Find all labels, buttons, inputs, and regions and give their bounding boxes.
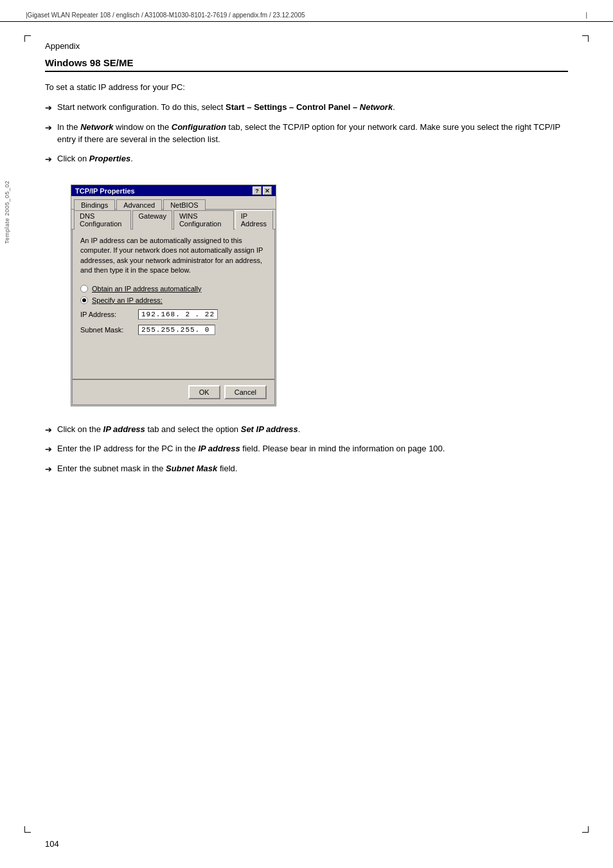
header-text: |Gigaset WLAN Repeater 108 / englisch / … (26, 12, 305, 19)
subnet-mask-value: 255.255.255. 0 (138, 325, 215, 335)
list-item: ➔ Click on the IP address tab and select… (45, 423, 568, 437)
arrow-icon: ➔ (45, 424, 52, 437)
tab-gateway[interactable]: Gateway (132, 210, 172, 230)
dialog-titlebar: TCP/IP Properties ? ✕ (71, 185, 276, 196)
appendix-heading: Appendix (45, 41, 568, 51)
bottom-bullet-text-3: Enter the subnet mask in the Subnet Mask… (57, 462, 568, 475)
bullet-text-1: Start network configuration. To do this,… (57, 101, 568, 114)
sidebar-label: Template 2005_05_02 (0, 129, 14, 296)
list-item: ➔ Enter the IP address for the PC in the… (45, 442, 568, 456)
ip-address-label: IP Address: (80, 311, 138, 318)
corner-mark-bl-v (24, 826, 25, 833)
list-item: ➔ In the Network window on the Configura… (45, 121, 568, 146)
corner-mark-bl (24, 832, 31, 833)
dialog-tabs-bottom: DNS Configuration Gateway WINS Configura… (71, 209, 276, 230)
corner-mark-br-v (588, 826, 589, 833)
bullet-text-2: In the Network window on the Configurati… (57, 121, 568, 146)
tab-dns-configuration[interactable]: DNS Configuration (74, 210, 131, 230)
corner-mark-tl-v (24, 35, 25, 42)
main-content: Appendix Windows 98 SE/ME To set a stati… (0, 22, 613, 507)
bottom-bullet-text-1: Click on the IP address tab and select t… (57, 423, 568, 436)
dialog-spacer (80, 340, 267, 372)
dialog-info-text: An IP address can be automatically assig… (80, 236, 267, 276)
corner-mark-tr-v (588, 35, 589, 42)
radio-specify-label: Specify an IP address: (92, 296, 163, 304)
subnet-mask-row: Subnet Mask: 255.255.255. 0 (80, 325, 267, 335)
ok-button[interactable]: OK (188, 385, 220, 399)
section-heading: Windows 98 SE/ME (45, 57, 568, 72)
tab-wins-configuration[interactable]: WINS Configuration (173, 210, 234, 230)
dialog-window: TCP/IP Properties ? ✕ Bindings Advanced … (71, 185, 276, 406)
bullet-list: ➔ Start network configuration. To do thi… (45, 101, 568, 165)
page-number: 104 (45, 839, 59, 849)
radio-specify[interactable]: Specify an IP address: (80, 296, 267, 304)
dialog-title: TCP/IP Properties (75, 187, 135, 195)
dialog-title-buttons: ? ✕ (253, 186, 272, 195)
dialog-body: An IP address can be automatically assig… (72, 230, 275, 379)
ip-address-value: 192.168. 2 . 22 (138, 309, 218, 320)
tab-advanced[interactable]: Advanced (116, 199, 162, 210)
dialog-help-button[interactable]: ? (253, 186, 262, 195)
radio-obtain-label: Obtain an IP address automatically (92, 285, 201, 293)
bullet-text-3: Click on Properties. (57, 152, 568, 165)
list-item: ➔ Start network configuration. To do thi… (45, 101, 568, 114)
arrow-icon: ➔ (45, 153, 52, 166)
dialog-footer: OK Cancel (72, 379, 275, 405)
corner-mark-tl (24, 35, 31, 36)
ip-address-row: IP Address: 192.168. 2 . 22 (80, 309, 267, 320)
arrow-icon: ➔ (45, 443, 52, 456)
cancel-button[interactable]: Cancel (224, 385, 267, 399)
dialog-container: TCP/IP Properties ? ✕ Bindings Advanced … (71, 185, 276, 406)
radio-obtain-auto[interactable]: Obtain an IP address automatically (80, 285, 267, 293)
list-item: ➔ Enter the subnet mask in the Subnet Ma… (45, 462, 568, 476)
list-item: ➔ Click on Properties. (45, 152, 568, 166)
tab-ip-address[interactable]: IP Address (235, 210, 273, 230)
bullet-list-bottom: ➔ Click on the IP address tab and select… (45, 423, 568, 476)
arrow-icon: ➔ (45, 122, 52, 134)
bottom-bullet-text-2: Enter the IP address for the PC in the I… (57, 442, 568, 455)
page-container: |Gigaset WLAN Repeater 108 / englisch / … (0, 0, 613, 868)
intro-text: To set a static IP address for your PC: (45, 82, 568, 92)
radio-specify-circle (80, 296, 88, 304)
header-pipe: | (585, 12, 587, 19)
tab-netbios[interactable]: NetBIOS (163, 199, 205, 210)
arrow-icon: ➔ (45, 463, 52, 476)
sidebar-label-text: Template 2005_05_02 (4, 181, 10, 244)
subnet-mask-label: Subnet Mask: (80, 326, 138, 334)
radio-obtain-circle (80, 285, 88, 293)
dialog-close-button[interactable]: ✕ (263, 186, 272, 195)
top-meta-bar: |Gigaset WLAN Repeater 108 / englisch / … (0, 0, 613, 22)
arrow-icon: ➔ (45, 102, 52, 114)
tab-bindings[interactable]: Bindings (74, 199, 115, 210)
dialog-tabs-top: Bindings Advanced NetBIOS (71, 196, 276, 210)
